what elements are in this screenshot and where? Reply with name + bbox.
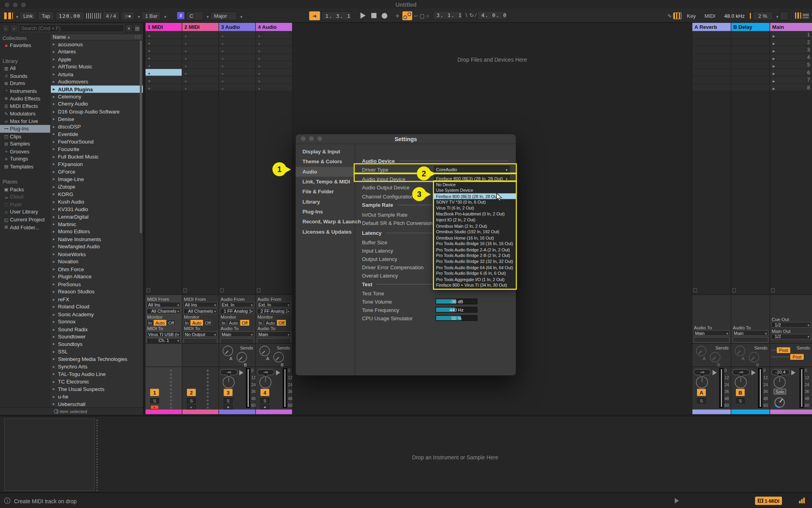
send-a-knob[interactable] [696,346,706,356]
empty-slot[interactable] [731,39,769,46]
dropdown-option[interactable]: Pro Tools Audio Bridge 32 (32 In, 32 Out… [434,259,516,264]
search-input[interactable] [19,25,124,32]
clip-slot[interactable] [219,31,256,39]
list-item[interactable]: FXpansion [51,161,143,168]
clip-slot[interactable] [182,54,219,61]
scene-slot[interactable]: 5 [770,61,812,69]
solo-button[interactable]: S [261,398,269,403]
list-item[interactable]: Denise [51,115,143,123]
send-b-knob[interactable] [237,352,247,362]
dropdown-option[interactable]: Omnibus Main (2 In, 2 Out) [434,223,516,229]
list-item[interactable]: D16 Group Audio Software [51,108,143,115]
browser-scrollbar[interactable] [140,40,142,233]
clip-slot[interactable] [219,46,256,54]
settings-tab[interactable]: Licenses & Updates [296,227,355,236]
track-header[interactable]: 3 Audio [219,23,256,31]
empty-slot[interactable] [692,31,731,39]
main-solo-button[interactable]: Solo [774,389,786,394]
midi-from-select[interactable]: All Ins [183,302,218,307]
scene-slot[interactable]: 3 [770,46,812,54]
send-b-knob[interactable] [749,352,759,362]
fader-handle-icon[interactable] [791,370,795,375]
empty-slot[interactable] [731,69,769,76]
midi-to-channel-select[interactable]: Ch. 1 [147,338,181,343]
midi-to-select[interactable]: No Output [183,331,218,337]
audio-from-select[interactable]: Ext. In [257,302,291,307]
sidebar-item[interactable]: MIDI Effects [0,102,50,110]
list-item[interactable]: Martinic [51,221,143,228]
arm-button[interactable]: ◐ [187,405,195,410]
sidebar-item[interactable]: Clips [0,132,50,140]
monitor-auto-button[interactable]: Auto [191,320,203,325]
clip-slot[interactable] [182,31,219,39]
link-button[interactable]: Link [20,11,36,20]
track-activator-button[interactable]: 2 [187,389,195,396]
cue-volume-knob[interactable] [773,396,786,411]
clip-slot[interactable] [145,61,182,69]
dropdown-option[interactable]: Fireface 800 + Virus TI (34 In, 30 Out) [434,282,516,288]
volume-knob[interactable] [259,376,271,388]
list-item[interactable]: Novation [51,258,143,265]
list-item[interactable]: TAL-Togu Audio Line [51,370,143,378]
loop-length-field[interactable]: 4. 0. 0 [478,11,508,20]
list-item[interactable]: Antares [51,48,143,55]
list-item[interactable]: Image-Line [51,176,143,183]
track-activator-button[interactable]: 1 [150,389,159,396]
monitor-off-button[interactable]: Off [277,320,286,325]
clip-slot[interactable] [145,69,182,76]
track-header[interactable]: 2 MIDI [182,23,219,31]
monitor-auto-button[interactable]: Auto [264,320,276,325]
list-item[interactable]: Sonic Academy [51,310,143,318]
clip-slot[interactable] [219,54,256,61]
dropdown-option[interactable]: Inject IO (2 In, 2 Out) [434,217,516,223]
list-item[interactable]: Steinberg Media Technologies [51,355,143,363]
preview-icon[interactable] [54,409,58,414]
clip-slot[interactable] [182,76,219,84]
cpu-usage-slider[interactable]: 50 % [436,315,477,321]
volume-knob[interactable] [774,376,786,388]
empty-slot[interactable] [692,61,731,69]
sidebar-item[interactable]: Sounds [0,72,50,79]
dropdown-option[interactable]: Fireface 800 (8E3) (28 In, 28 Out) [434,193,516,199]
audio-channel-select[interactable]: 1 FF Analog 1 [220,308,254,314]
sidebar-item[interactable]: Modulators [0,110,50,117]
scene-slot[interactable]: 8 [770,84,812,91]
sidebar-item[interactable]: Audio Effects [0,95,50,102]
solo-button[interactable]: S [150,398,159,403]
list-item[interactable]: u-he [51,393,143,400]
slot-stop-strip[interactable] [694,288,697,292]
midi-channel-select[interactable]: All Channels [147,308,181,314]
settings-tab[interactable]: Display & Input [296,147,355,157]
clip-slot[interactable] [256,39,292,46]
list-item[interactable]: Newfangled Audio [51,243,143,251]
return-activator-button[interactable]: B [736,389,744,396]
list-item[interactable]: Synchro Arts [51,363,143,370]
audio-to-select[interactable]: Main [732,330,769,336]
return-track-header[interactable]: B Delay [731,23,769,31]
monitor-off-button[interactable]: Off [240,320,249,325]
list-item[interactable]: Eventide [51,130,143,138]
scene-slot[interactable]: 2 [770,39,812,46]
clip-slot[interactable] [145,84,182,91]
dropdown-option[interactable]: Omnibus Home (16 In, 16 Out) [434,235,516,241]
empty-slot[interactable] [731,76,769,84]
settings-tab[interactable]: Theme & Colors [296,157,355,166]
clip-slot[interactable] [219,61,256,69]
dropdown-option[interactable]: Pro Tools Audio Bridge 64 (64 In, 64 Out… [434,264,516,270]
list-header[interactable]: Name▲᎒᎒᎒ [51,34,143,41]
scale-mode-icon[interactable]: ♯ [177,12,184,19]
list-item[interactable]: Soundtoys [51,340,143,348]
midi-from-select[interactable]: All Ins [147,302,181,307]
audio-channel-select[interactable]: 2 FF Analog 2 [257,308,291,314]
sort-ascending-icon[interactable]: ▲ [67,35,71,39]
monitor-auto-button[interactable]: Auto [227,320,240,325]
solo-button[interactable]: S [697,398,706,403]
loop-icon[interactable]: ↻ [469,12,474,18]
settings-tab[interactable]: Library [296,197,355,207]
dropdown-option[interactable]: Omnibus Studio (192 In, 192 Out) [434,229,516,235]
list-item[interactable]: KORG [51,191,143,198]
sidebar-item[interactable]: Drums [0,79,50,87]
send-a-knob[interactable] [259,346,270,356]
list-item[interactable]: Soundtower [51,333,143,340]
stop-all-clips-button[interactable] [771,288,774,292]
